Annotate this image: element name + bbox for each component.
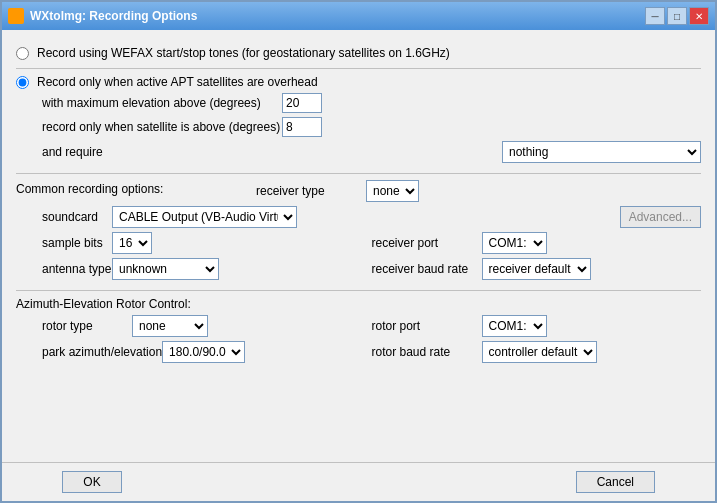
rotor-section: Azimuth-Elevation Rotor Control: rotor t… [16,291,701,373]
rotor-baud-select[interactable]: controller default 9600 [482,341,597,363]
app-icon [8,8,24,24]
close-button[interactable]: ✕ [689,7,709,25]
sample-bits-label: sample bits [42,236,112,250]
antenna-type-select[interactable]: unknown omnidirectional turnstile [112,258,219,280]
rotor-baud-label: rotor baud rate [372,345,482,359]
receiver-port-right: receiver port COM1: COM2: [372,232,702,254]
ok-button[interactable]: OK [62,471,122,493]
receiver-port-select[interactable]: COM1: COM2: [482,232,547,254]
require-row: and require nothing at least one pass wi… [16,141,701,163]
max-elev-input[interactable]: 20 [282,93,322,113]
rotor-baud-right: rotor baud rate controller default 9600 [372,341,702,363]
receiver-baud-right: receiver baud rate receiver default 9600 [372,258,702,280]
park-az-row: park azimuth/elevation 180.0/90.0 0.0/90… [16,341,701,363]
rotor-type-select[interactable]: none GS-232A [132,315,208,337]
maximize-button[interactable]: □ [667,7,687,25]
minimize-button[interactable]: ─ [645,7,665,25]
rotor-type-row: rotor type none GS-232A rotor port COM1:… [16,315,701,337]
soundcard-left: soundcard CABLE Output (VB-Audio Virtual… [42,206,372,228]
receiver-type-label: receiver type [256,184,366,198]
footer: OK Cancel [2,462,715,501]
receiver-port-label: receiver port [372,236,482,250]
titlebar: WXtoImg: Recording Options ─ □ ✕ [2,2,715,30]
max-elev-label: with maximum elevation above (degrees) [42,96,282,110]
apt-radio[interactable] [16,76,29,89]
rotor-type-left: rotor type none GS-232A [42,315,372,337]
window-title: WXtoImg: Recording Options [30,9,197,23]
cancel-button[interactable]: Cancel [576,471,655,493]
require-label: and require [42,145,142,159]
receiver-baud-label: receiver baud rate [372,262,482,276]
advanced-button[interactable]: Advanced... [620,206,701,228]
antenna-left: antenna type unknown omnidirectional tur… [42,258,372,280]
common-section-title: Common recording options: [16,182,256,196]
wefax-label: Record using WEFAX start/stop tones (for… [37,46,450,60]
titlebar-controls: ─ □ ✕ [645,7,709,25]
rotor-port-select[interactable]: COM1: COM2: [482,315,547,337]
park-az-select[interactable]: 180.0/90.0 0.0/90.0 [162,341,245,363]
rotor-type-label: rotor type [42,319,132,333]
apt-radio-row: Record only when active APT satellites a… [16,75,701,89]
common-header-row: Common recording options: receiver type … [16,180,701,202]
rotor-section-title: Azimuth-Elevation Rotor Control: [16,297,191,311]
sat-above-label: record only when satellite is above (deg… [42,120,282,134]
common-section: Common recording options: receiver type … [16,174,701,291]
advanced-right: Advanced... [372,206,702,228]
max-elev-value-area: 20 [282,93,322,113]
main-window: WXtoImg: Recording Options ─ □ ✕ Record … [0,0,717,503]
sample-bits-select[interactable]: 16 8 [112,232,152,254]
wefax-section: Record using WEFAX start/stop tones (for… [16,40,701,69]
soundcard-select[interactable]: CABLE Output (VB-Audio Virtual Default [112,206,297,228]
rotor-port-label: rotor port [372,319,482,333]
sample-bits-left: sample bits 16 8 [42,232,372,254]
antenna-type-label: antenna type [42,262,112,276]
sample-bits-row: sample bits 16 8 receiver port COM1: COM… [16,232,701,254]
soundcard-label: soundcard [42,210,112,224]
antenna-row: antenna type unknown omnidirectional tur… [16,258,701,280]
receiver-type-select[interactable]: none SDR [366,180,419,202]
rotor-port-right: rotor port COM1: COM2: [372,315,702,337]
rotor-header: Azimuth-Elevation Rotor Control: [16,297,701,311]
wefax-radio-row: Record using WEFAX start/stop tones (for… [16,46,701,60]
sat-above-input[interactable]: 8 [282,117,322,137]
sat-above-value-area: 8 [282,117,322,137]
titlebar-title-area: WXtoImg: Recording Options [8,8,197,24]
apt-label: Record only when active APT satellites a… [37,75,318,89]
receiver-baud-select[interactable]: receiver default 9600 [482,258,591,280]
apt-section: Record only when active APT satellites a… [16,69,701,174]
max-elev-row: with maximum elevation above (degrees) 2… [16,93,701,113]
require-select[interactable]: nothing at least one pass with good data… [502,141,701,163]
soundcard-row: soundcard CABLE Output (VB-Audio Virtual… [16,206,701,228]
park-az-left: park azimuth/elevation 180.0/90.0 0.0/90… [42,341,372,363]
park-az-label: park azimuth/elevation [42,345,162,359]
wefax-radio[interactable] [16,47,29,60]
sat-above-row: record only when satellite is above (deg… [16,117,701,137]
content-area: Record using WEFAX start/stop tones (for… [2,30,715,462]
